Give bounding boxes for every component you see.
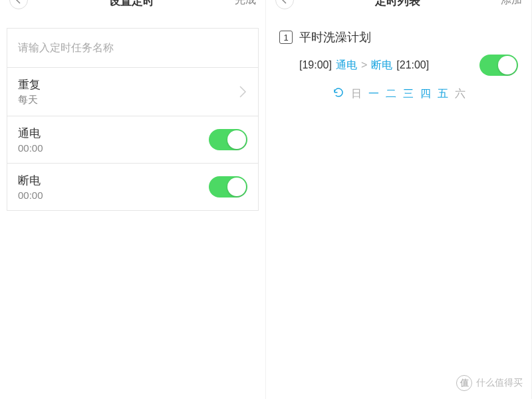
task-head: 1 平时洗澡计划 [279,29,518,45]
repeat-row[interactable]: 重复 每天 [7,68,258,116]
repeat-labels: 重复 每天 [18,77,41,106]
watermark: 值 什么值得买 [456,375,523,391]
power-off-time: 00:00 [18,190,43,201]
off-label: 断电 [371,59,392,72]
task-title: 平时洗澡计划 [299,29,371,45]
power-off-row: 断电 00:00 [7,164,258,210]
day-fri: 五 [438,87,448,101]
off-time: [21:00] [396,59,429,71]
header-right: 定时列表 添加 [266,0,531,15]
task-name-input[interactable] [18,42,247,54]
on-time: [19:00] [299,59,332,71]
task-toggle[interactable] [479,55,518,76]
day-sat: 六 [455,87,466,101]
back-button[interactable] [9,0,28,9]
header-left: 设置定时 完成 [0,0,265,15]
chevron-right-icon [238,84,247,99]
power-on-row: 通电 00:00 [7,116,258,164]
timer-form: 重复 每天 通电 00:00 断电 00:00 [7,28,259,211]
settings-panel: 设置定时 完成 重复 每天 通电 00:00 断电 00:00 [0,0,266,399]
page-title: 设置定时 [109,0,154,9]
task-schedule-line: [19:00] 通电 > 断电 [21:00] [279,55,518,76]
back-button[interactable] [275,0,294,9]
power-off-labels: 断电 00:00 [18,173,43,201]
task-index: 1 [279,31,293,44]
task-days: 日 一 二 三 四 五 六 [279,86,518,101]
timer-list-panel: 定时列表 添加 1 平时洗澡计划 [19:00] 通电 > 断电 [21:00]… [266,0,532,399]
day-thu: 四 [420,87,431,101]
day-mon: 一 [368,87,379,101]
task-item: 1 平时洗澡计划 [19:00] 通电 > 断电 [21:00] 日 一 二 三… [266,15,531,108]
day-sun: 日 [351,87,362,101]
repeat-icon [332,86,344,101]
task-schedule: [19:00] 通电 > 断电 [21:00] [299,59,429,72]
power-on-toggle[interactable] [209,129,247,150]
done-button[interactable]: 完成 [235,0,256,7]
on-label: 通电 [336,59,357,72]
watermark-text: 什么值得买 [476,377,523,389]
chevron-left-icon [281,0,288,4]
name-input-row [7,29,258,68]
power-on-label: 通电 [18,126,43,141]
repeat-label: 重复 [18,77,41,92]
day-tue: 二 [386,87,396,101]
schedule-separator: > [361,59,367,71]
add-button[interactable]: 添加 [501,0,522,7]
watermark-logo: 值 [456,375,472,391]
power-off-label: 断电 [18,173,43,188]
power-on-labels: 通电 00:00 [18,126,43,154]
power-on-time: 00:00 [18,142,43,154]
power-off-toggle[interactable] [209,176,247,198]
repeat-value: 每天 [18,94,41,106]
day-wed: 三 [403,87,414,101]
chevron-left-icon [15,0,22,4]
page-title: 定时列表 [375,0,420,9]
